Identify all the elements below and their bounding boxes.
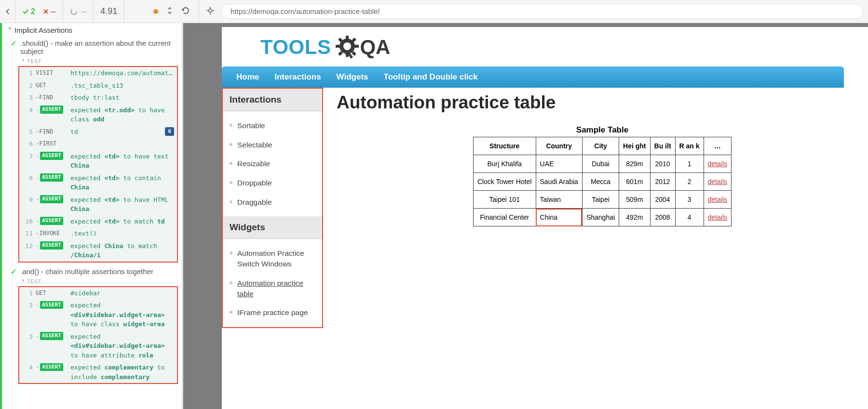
command-log: Implicit Assertions✓.should() - make an … (0, 23, 183, 409)
step-row[interactable]: 2GET.tsc_table_s13 (19, 79, 177, 92)
top-toolbar: 2 -- -- 4.91 https://demoqa.com/automati… (0, 0, 868, 23)
step-number: 9 (22, 195, 33, 205)
table-cell: 829m (619, 155, 650, 173)
sidebar: InteractionsSortableSelectableResizableD… (222, 88, 323, 328)
step-number: 6 (22, 139, 33, 149)
step-row[interactable]: 4- ASSERTexpected <tr.odd> to have class… (19, 104, 177, 126)
step-number: 12 (22, 241, 33, 251)
aut-preview: TOOLS (183, 23, 868, 409)
table-cell: 601m (619, 173, 650, 191)
step-row[interactable]: 10- ASSERTexpected <td> to match td (19, 215, 177, 228)
nav-item[interactable]: Widgets (337, 72, 368, 82)
step-row[interactable]: 3- ASSERTexpected <div#sidebar.widget-ar… (19, 330, 177, 362)
table-header: Country (536, 137, 582, 155)
svg-rect-3 (346, 36, 349, 40)
details-link[interactable]: details (708, 213, 727, 221)
table-header: Structure (473, 137, 536, 155)
step-row[interactable]: 2- ASSERTexpected <div#sidebar.widget-ar… (19, 299, 177, 330)
fail-count: -- (43, 7, 56, 16)
back-button[interactable] (0, 0, 15, 23)
step-row[interactable]: 11-INVOKE.text() (19, 227, 177, 240)
step-message: https://demoqa.com/automat… (70, 68, 174, 78)
sidebar-link[interactable]: Automation practice table (223, 274, 322, 303)
step-row[interactable]: 9- ASSERTexpected <td> to have HTML Chin… (19, 194, 177, 215)
test-item[interactable]: ✓.and() - chain multiple assertions toge… (4, 265, 182, 277)
step-command: - ASSERT (36, 363, 70, 371)
step-row[interactable]: 12- ASSERTexpected China to match /China… (19, 240, 177, 262)
selector-playground-button[interactable] (199, 6, 221, 17)
step-row[interactable]: 4- ASSERTexpected complementary to inclu… (19, 361, 177, 383)
step-number: 8 (22, 173, 33, 183)
sort-icon[interactable] (167, 7, 173, 16)
step-command: -INVOKE (36, 229, 70, 237)
step-row[interactable]: 7- ASSERTexpected <td> to have text Chin… (19, 150, 177, 172)
table-header: City (582, 137, 619, 155)
suite-title[interactable]: Implicit Assertions (4, 23, 182, 37)
practice-table: StructureCountryCityHei ghtBu iltR an k…… (473, 137, 732, 226)
step-number: 2 (22, 301, 33, 310)
viewport-controls (153, 0, 199, 23)
table-cell: Taipei 101 (473, 191, 536, 209)
nav-item[interactable]: Home (236, 72, 259, 82)
step-row[interactable]: 8- ASSERTexpected <td> to contain China (19, 172, 177, 194)
step-message: expected <td> to contain China (70, 173, 174, 192)
table-cell: Clock Tower Hotel (473, 173, 536, 191)
step-command: - ASSERT (36, 301, 70, 309)
table-cell: 2010 (650, 155, 675, 173)
sidebar-link[interactable]: IFrame practice page (223, 303, 322, 322)
table-cell: Burj Khalifa (473, 155, 536, 173)
nav-item[interactable]: Interactions (274, 72, 321, 82)
svg-rect-5 (336, 45, 340, 48)
table-caption: Sample Table (337, 125, 868, 135)
step-command: -FIND (36, 127, 70, 136)
table-cell: Dubai (582, 155, 619, 173)
step-message: .tsc_table_s13 (70, 81, 174, 91)
step-command: - ASSERT (36, 152, 70, 160)
table-cell: 492m (619, 209, 650, 226)
step-row[interactable]: 1VISIThttps://demoqa.com/automat… (19, 67, 177, 79)
table-row: Financial CenterChinaShanghai492m20084de… (473, 209, 731, 226)
main-nav: HomeInteractionsWidgetsTooltip and Doubl… (222, 66, 844, 88)
step-message: tbody tr:last (70, 93, 174, 103)
svg-point-11 (343, 42, 351, 50)
details-link[interactable]: details (708, 196, 727, 203)
element-count-badge: 6 (165, 127, 174, 136)
sidebar-link[interactable]: Draggable (223, 193, 322, 212)
sidebar-link[interactable]: Selectable (223, 135, 322, 155)
table-cell: China (536, 209, 582, 226)
details-link[interactable]: details (708, 160, 727, 168)
step-number: 4 (22, 363, 33, 372)
table-cell: 2008 (650, 209, 675, 226)
url-bar[interactable]: https://demoqa.com/automation-practice-t… (221, 4, 863, 19)
crosshair-icon (206, 6, 215, 15)
step-row[interactable]: 1GET#sidebar (19, 287, 177, 300)
test-item[interactable]: ✓.should() - make an assertion about the… (4, 37, 182, 57)
table-cell: Financial Center (473, 209, 536, 226)
sidebar-link[interactable]: Resizable (223, 154, 322, 173)
step-number: 11 (22, 229, 33, 238)
sidebar-link[interactable]: Sortable (223, 116, 322, 135)
table-cell: Mecca (582, 173, 619, 191)
step-number: 3 (22, 332, 33, 342)
table-cell: Taiwan (536, 191, 582, 209)
step-command: GET (36, 81, 70, 90)
nav-item[interactable]: Tooltip and Double click (384, 72, 478, 82)
steps-block: 1VISIThttps://demoqa.com/automat…2GET.ts… (18, 66, 178, 263)
sidebar-link[interactable]: Droppable (223, 173, 322, 193)
table-cell: 509m (619, 191, 650, 209)
step-number: 7 (22, 152, 33, 161)
details-link[interactable]: details (708, 178, 727, 185)
step-command: GET (36, 289, 70, 297)
table-header: Hei ght (619, 137, 650, 155)
step-row[interactable]: 5-FINDtd6 (19, 126, 177, 138)
spinner-icon (70, 8, 78, 15)
pass-count: 2 (22, 7, 35, 16)
sidebar-link[interactable]: Automation Practice Switch Windows (223, 244, 322, 273)
step-command: - ASSERT (36, 195, 70, 204)
step-message: .text() (70, 229, 174, 238)
table-cell: 2012 (650, 173, 675, 191)
reload-button[interactable] (181, 6, 190, 17)
sidebar-heading: Interactions (223, 89, 322, 111)
step-row[interactable]: 3-FINDtbody tr:last (19, 92, 177, 104)
step-row[interactable]: 6-FIRST (19, 138, 177, 150)
